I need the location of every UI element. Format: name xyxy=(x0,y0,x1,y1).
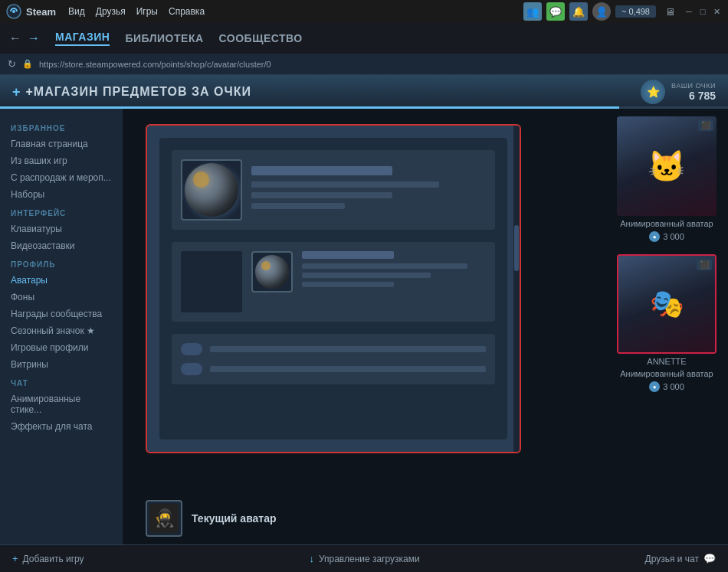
mini-line-1 xyxy=(302,263,467,269)
points-value: 6 785 xyxy=(671,90,716,102)
preview-line-3 xyxy=(251,203,345,209)
points-info: ВАШИ ОЧКИ 6 785 xyxy=(671,82,716,102)
sidebar-section-favorites: ИЗБРАННОЕ xyxy=(0,118,123,136)
right-item-first: 🐱 ⬛ Анимированный аватар ● 3 000 xyxy=(612,116,722,242)
plus-icon: + xyxy=(12,84,21,100)
menu-view[interactable]: Вид xyxy=(68,6,85,17)
sidebar-item-showcases[interactable]: Витрины xyxy=(0,356,123,373)
friends-chat-label: Друзья и чат xyxy=(645,554,699,564)
close-button[interactable]: ✕ xyxy=(711,6,722,17)
refresh-icon[interactable]: ↻ xyxy=(8,58,16,70)
right-avatar-first[interactable]: 🐱 ⬛ xyxy=(617,116,717,216)
user-balance: ~ 0,498 xyxy=(615,5,656,18)
sidebar-item-stickers[interactable]: Анимированные стике... xyxy=(0,391,123,418)
anime-char-icon: 🐱 xyxy=(617,116,717,216)
display-icon-btn[interactable]: 🖥 xyxy=(661,2,679,21)
settings-toggle-1 xyxy=(181,343,202,355)
sidebar-section-chat: ЧАТ xyxy=(0,373,123,391)
bottom-bar: + Добавить игру ↓ Управление загрузками … xyxy=(0,544,728,572)
add-game-icon: + xyxy=(12,553,18,564)
corner-badge-first: ⬛ xyxy=(698,119,713,131)
sidebar-item-backgrounds[interactable]: Фоны xyxy=(0,289,123,306)
friends-icon-btn[interactable]: 👥 xyxy=(523,2,542,21)
back-arrow[interactable]: ← xyxy=(9,31,21,45)
page-header: + +МАГАЗИН ПРЕДМЕТОВ ЗА ОЧКИ ⭐ ВАШИ ОЧКИ… xyxy=(0,75,728,109)
nav-arrows: ← → xyxy=(9,31,40,45)
mech-ball-large xyxy=(185,163,238,217)
item-label-second-name: ANNETTE xyxy=(647,357,686,366)
profile-preview-section xyxy=(172,150,495,230)
sidebar-item-avatars[interactable]: Аватары xyxy=(0,272,123,289)
title-bar-left: Steam Вид Друзья Игры Справка xyxy=(6,4,205,19)
item-price-second: ● 3 000 xyxy=(649,381,684,392)
page-title: + +МАГАЗИН ПРЕДМЕТОВ ЗА ОЧКИ xyxy=(12,84,251,100)
page-title-text: +МАГАЗИН ПРЕДМЕТОВ ЗА ОЧКИ xyxy=(26,85,251,99)
add-game-button[interactable]: + Добавить игру xyxy=(12,553,84,564)
sidebar-item-screensavers[interactable]: Видеозаставки xyxy=(0,237,123,254)
forward-arrow[interactable]: → xyxy=(28,31,40,45)
sidebar-item-home[interactable]: Главная страница xyxy=(0,136,123,152)
right-panel: 🐱 ⬛ Анимированный аватар ● 3 000 🎭 ⬛ ANN… xyxy=(605,109,728,544)
points-badge: ⭐ ВАШИ ОЧКИ 6 785 xyxy=(641,80,716,104)
preview-avatar-large xyxy=(181,159,242,221)
sidebar-item-bundles[interactable]: Наборы xyxy=(0,186,123,203)
app-logo: Steam xyxy=(6,4,56,19)
scrollbar-track[interactable] xyxy=(513,126,520,452)
mini-line-3 xyxy=(302,282,394,287)
user-avatar-btn[interactable]: 👤 xyxy=(592,2,611,21)
current-avatar-section: 🥷 Текущий аватар xyxy=(146,500,277,537)
nav-tabs: МАГАЗИН БИБЛИОТЕКА СООБЩЕСТВО xyxy=(55,31,303,46)
downloads-label: Управление загрузками xyxy=(319,554,420,564)
mini-profile-bg xyxy=(181,251,242,312)
tab-library[interactable]: БИБЛИОТЕКА xyxy=(125,32,203,44)
menu-help[interactable]: Справка xyxy=(169,6,205,17)
menu-friends[interactable]: Друзья xyxy=(96,6,126,17)
minimize-button[interactable]: ─ xyxy=(684,6,694,17)
sidebar-item-chat-effects[interactable]: Эффекты для чата xyxy=(0,418,123,435)
top-icons: 👥 💬 🔔 👤 ~ 0,498 🖥 xyxy=(523,2,679,21)
friends-chat-button[interactable]: Друзья и чат 💬 xyxy=(645,553,716,564)
preview-info xyxy=(251,166,486,214)
menu-games[interactable]: Игры xyxy=(136,6,158,17)
friends-chat-icon: 💬 xyxy=(703,553,716,564)
sidebar-item-game-profiles[interactable]: Игровые профили xyxy=(0,339,123,356)
sidebar-item-sales[interactable]: С распродаж и мероп... xyxy=(0,169,123,186)
downloads-button[interactable]: ↓ Управление загрузками xyxy=(309,553,419,564)
sidebar: ИЗБРАННОЕ Главная страница Из ваших игр … xyxy=(0,109,123,544)
right-avatar-second[interactable]: 🎭 ⬛ xyxy=(617,254,717,354)
settings-preview-section xyxy=(172,334,495,384)
mini-profile-section xyxy=(172,242,495,322)
settings-toggle-2 xyxy=(181,363,202,375)
preview-modal xyxy=(146,124,521,453)
sidebar-item-seasonal[interactable]: Сезонный значок ★ xyxy=(0,322,123,339)
downloads-icon: ↓ xyxy=(309,553,314,564)
tab-store[interactable]: МАГАЗИН xyxy=(55,31,110,46)
url-text: https://store.steampowered.com/points/sh… xyxy=(39,60,271,69)
svg-point-1 xyxy=(12,10,15,13)
chat-icon-btn[interactable]: 💬 xyxy=(546,2,565,21)
preview-line-1 xyxy=(251,181,439,188)
mini-info xyxy=(302,251,486,312)
price-coin-icon: ● xyxy=(649,231,660,242)
app-name: Steam xyxy=(26,6,56,18)
mini-line-2 xyxy=(302,273,431,278)
mini-avatar xyxy=(251,251,293,293)
points-label: ВАШИ ОЧКИ xyxy=(671,82,716,90)
tab-community[interactable]: СООБЩЕСТВО xyxy=(219,32,303,44)
title-bar-right: 👥 💬 🔔 👤 ~ 0,498 🖥 ─ □ ✕ xyxy=(523,2,722,21)
sidebar-item-from-games[interactable]: Из ваших игр xyxy=(0,152,123,169)
notification-icon-btn[interactable]: 🔔 xyxy=(569,2,588,21)
points-icon: ⭐ xyxy=(641,80,665,104)
sidebar-item-keyboards[interactable]: Клавиатуры xyxy=(0,221,123,237)
add-game-label: Добавить игру xyxy=(23,554,84,564)
maximize-button[interactable]: □ xyxy=(697,6,708,17)
sidebar-section-interface: ИНТЕРФЕЙС xyxy=(0,203,123,221)
preview-name-bar xyxy=(251,166,392,175)
right-item-second: 🎭 ⬛ ANNETTE Анимированный аватар ● 3 000 xyxy=(612,254,722,392)
address-bar: ↻ 🔒 https://store.steampowered.com/point… xyxy=(0,54,728,75)
ninja-icon: 🥷 xyxy=(149,504,179,533)
sidebar-item-awards[interactable]: Награды сообщества xyxy=(0,306,123,322)
item-label-first: Анимированный аватар xyxy=(620,219,713,228)
modal-inner xyxy=(159,138,507,440)
mini-name-bar xyxy=(302,251,394,259)
